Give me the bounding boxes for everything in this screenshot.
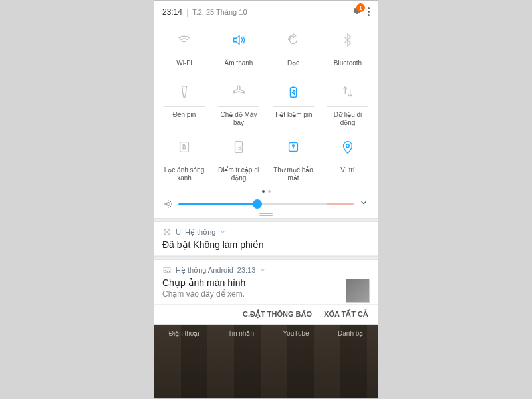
location-icon bbox=[340, 140, 355, 154]
sound-icon bbox=[231, 33, 246, 47]
notification-panel: 23:14 | T.2, 25 Tháng 10 1 Wi-FiÂm thanh… bbox=[154, 0, 378, 399]
dnd-icon bbox=[162, 227, 172, 237]
bt-icon bbox=[340, 33, 355, 47]
chevron-down-icon bbox=[359, 198, 368, 207]
screenshot-thumbnail[interactable] bbox=[346, 279, 370, 303]
brightness-icon bbox=[164, 200, 173, 209]
app-label: Tin nhắn bbox=[228, 330, 254, 337]
hotspot-icon bbox=[231, 140, 246, 154]
page-indicator bbox=[154, 186, 378, 196]
svg-line-11 bbox=[166, 201, 166, 202]
notification-actions: C.ĐẶT THÔNG BÁO XÓA TẤT CẢ bbox=[154, 305, 378, 325]
qs-tile-label: Lọc ánh sáng xanh bbox=[164, 162, 205, 182]
qs-tile-wifi[interactable]: Wi-Fi bbox=[157, 24, 211, 76]
rotate-icon bbox=[286, 33, 301, 47]
qs-tile-label: Chế độ Máy bay bbox=[218, 106, 259, 127]
svg-line-12 bbox=[170, 206, 171, 207]
brightness-row bbox=[154, 196, 378, 211]
qs-tile-label: Tiết kiệm pin bbox=[273, 106, 314, 124]
home-apps-bar: Điện thoại Tin nhắn YouTube Danh bạ bbox=[154, 325, 378, 398]
svg-line-14 bbox=[170, 201, 171, 202]
app-label: Điện thoại bbox=[169, 330, 200, 337]
battery-icon bbox=[286, 84, 301, 99]
plane-icon bbox=[231, 84, 246, 99]
chevron-down-icon bbox=[259, 267, 266, 273]
qs-tile-label: Thư mục bảo mật bbox=[273, 162, 314, 182]
svg-rect-0 bbox=[290, 88, 296, 98]
brightness-slider[interactable] bbox=[178, 203, 354, 205]
svg-rect-1 bbox=[180, 142, 189, 152]
notification-title: Đã bật Không làm phiền bbox=[162, 239, 370, 250]
qs-tile-battery[interactable]: Tiết kiệm pin bbox=[266, 76, 321, 131]
svg-rect-2 bbox=[235, 142, 243, 153]
qs-tile-label: Wi-Fi bbox=[164, 55, 205, 72]
notification-screenshot[interactable]: Hệ thống Android 23:13 Chụp ảnh màn hình… bbox=[154, 260, 378, 305]
qs-tile-sound[interactable]: Âm thanh bbox=[211, 24, 266, 76]
qs-tile-data[interactable]: Dữ liệu di động bbox=[321, 76, 375, 131]
chevron-down-icon bbox=[219, 229, 226, 235]
overflow-menu[interactable] bbox=[368, 7, 370, 16]
qs-tile-label: Dữ liệu di động bbox=[327, 106, 368, 127]
notification-app: Hệ thống Android bbox=[176, 266, 233, 275]
svg-point-5 bbox=[346, 144, 350, 148]
qs-tile-label: Vị trí bbox=[327, 162, 368, 179]
qs-tile-label: Bluetooth bbox=[327, 55, 368, 72]
qs-tile-hotspot[interactable]: Điểm tr.cập di động bbox=[211, 131, 266, 186]
image-icon bbox=[162, 265, 172, 275]
blf-icon bbox=[177, 140, 192, 154]
drag-handle[interactable] bbox=[154, 211, 378, 218]
brightness-expand[interactable] bbox=[359, 198, 368, 210]
qs-tile-label: Âm thanh bbox=[218, 55, 259, 72]
notification-time: 23:13 bbox=[237, 266, 256, 274]
qs-tile-location[interactable]: Vị trí bbox=[321, 131, 375, 186]
notification-settings-button[interactable]: C.ĐẶT THÔNG BÁO bbox=[243, 310, 312, 319]
qs-tile-label: Điểm tr.cập di động bbox=[218, 162, 259, 182]
secure-icon bbox=[286, 140, 301, 154]
qs-tile-label: Dọc bbox=[273, 55, 314, 72]
notification-body: Chạm vào đây để xem. bbox=[162, 289, 370, 299]
svg-line-13 bbox=[166, 206, 166, 207]
notification-title: Chụp ảnh màn hình bbox=[162, 277, 370, 288]
qs-tile-torch[interactable]: Đèn pin bbox=[157, 76, 211, 131]
svg-point-4 bbox=[293, 145, 295, 147]
svg-point-6 bbox=[167, 203, 170, 206]
torch-icon bbox=[177, 84, 192, 99]
settings-button[interactable]: 1 bbox=[352, 6, 361, 17]
qs-tile-blf[interactable]: Lọc ánh sáng xanh bbox=[157, 131, 211, 186]
notification-app: UI Hệ thống bbox=[176, 228, 215, 237]
settings-badge: 1 bbox=[356, 3, 365, 12]
qs-tile-plane[interactable]: Chế độ Máy bay bbox=[211, 76, 266, 131]
brightness-thumb[interactable] bbox=[253, 200, 262, 209]
data-icon bbox=[340, 84, 355, 99]
notification-dnd[interactable]: UI Hệ thống Đã bật Không làm phiền bbox=[154, 222, 378, 256]
qs-tile-rotate[interactable]: Dọc bbox=[266, 24, 321, 76]
app-label: YouTube bbox=[283, 330, 309, 337]
quick-settings-grid: Wi-FiÂm thanhDọcBluetoothĐèn pinChế độ M… bbox=[154, 20, 378, 186]
qs-tile-label: Đèn pin bbox=[164, 106, 205, 124]
app-label: Danh bạ bbox=[338, 330, 363, 337]
clock: 23:14 bbox=[162, 7, 182, 17]
qs-tile-secure[interactable]: Thư mục bảo mật bbox=[266, 131, 321, 186]
qs-tile-bt[interactable]: Bluetooth bbox=[321, 24, 375, 76]
clear-all-button[interactable]: XÓA TẤT CẢ bbox=[324, 310, 368, 319]
date: T.2, 25 Tháng 10 bbox=[192, 8, 247, 16]
status-bar: 23:14 | T.2, 25 Tháng 10 1 bbox=[154, 1, 378, 20]
wifi-icon bbox=[177, 33, 192, 47]
